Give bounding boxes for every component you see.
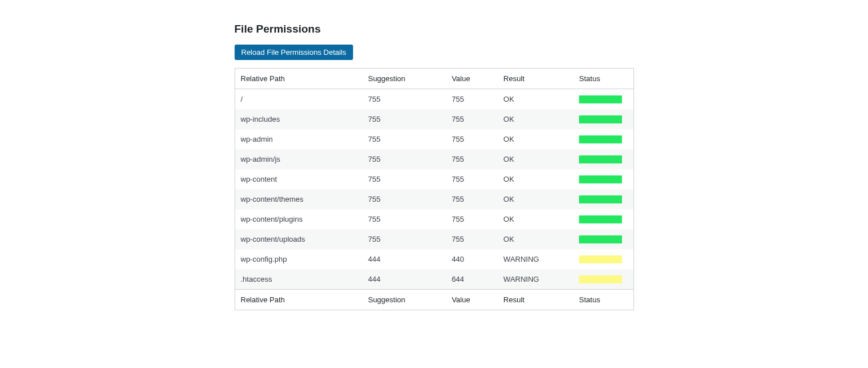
col-header-value: Value (446, 69, 497, 89)
status-indicator (579, 215, 622, 223)
table-row: .htaccess444644WARNING (235, 269, 633, 290)
status-indicator (579, 195, 622, 203)
cell-path: wp-admin/js (235, 149, 363, 169)
cell-result: WARNING (498, 269, 573, 290)
col-header-result: Result (498, 69, 573, 89)
cell-path: / (235, 89, 363, 110)
table-row: wp-content/uploads755755OK (235, 229, 633, 249)
cell-result: OK (498, 149, 573, 169)
table-header-row: Relative Path Suggestion Value Result St… (235, 69, 633, 89)
cell-value: 755 (446, 129, 497, 149)
cell-suggestion: 755 (362, 109, 446, 129)
status-indicator (579, 175, 622, 183)
cell-result: OK (498, 109, 573, 129)
cell-path: wp-config.php (235, 249, 363, 269)
col-footer-value: Value (446, 290, 497, 310)
cell-suggestion: 755 (362, 209, 446, 229)
cell-status (573, 189, 633, 209)
col-footer-result: Result (498, 290, 573, 310)
cell-suggestion: 755 (362, 149, 446, 169)
cell-result: OK (498, 169, 573, 189)
table-row: wp-content755755OK (235, 169, 633, 189)
page-title: File Permissions (235, 23, 634, 35)
col-footer-path: Relative Path (235, 290, 363, 310)
cell-result: OK (498, 89, 573, 110)
cell-status (573, 129, 633, 149)
cell-path: wp-content (235, 169, 363, 189)
cell-value: 755 (446, 149, 497, 169)
cell-value: 755 (446, 189, 497, 209)
cell-value: 755 (446, 169, 497, 189)
status-indicator (579, 235, 622, 243)
status-indicator (579, 255, 622, 263)
cell-result: OK (498, 229, 573, 249)
cell-suggestion: 755 (362, 229, 446, 249)
cell-value: 755 (446, 209, 497, 229)
cell-suggestion: 755 (362, 129, 446, 149)
table-row: wp-content/themes755755OK (235, 189, 633, 209)
table-footer-row: Relative Path Suggestion Value Result St… (235, 290, 633, 310)
cell-status (573, 169, 633, 189)
cell-value: 755 (446, 109, 497, 129)
cell-result: OK (498, 129, 573, 149)
cell-status (573, 109, 633, 129)
status-indicator (579, 275, 622, 283)
status-indicator (579, 155, 622, 163)
cell-suggestion: 755 (362, 89, 446, 110)
file-permissions-table: Relative Path Suggestion Value Result St… (235, 68, 634, 310)
cell-suggestion: 755 (362, 169, 446, 189)
status-indicator (579, 135, 622, 143)
cell-suggestion: 444 (362, 249, 446, 269)
col-footer-status: Status (573, 290, 633, 310)
cell-value: 644 (446, 269, 497, 290)
col-header-path: Relative Path (235, 69, 363, 89)
cell-path: wp-content/plugins (235, 209, 363, 229)
reload-button[interactable]: Reload File Permissions Details (235, 45, 354, 60)
table-row: wp-includes755755OK (235, 109, 633, 129)
cell-status (573, 149, 633, 169)
col-header-suggestion: Suggestion (362, 69, 446, 89)
table-row: wp-config.php444440WARNING (235, 249, 633, 269)
cell-suggestion: 444 (362, 269, 446, 290)
cell-status (573, 269, 633, 290)
cell-value: 440 (446, 249, 497, 269)
table-row: wp-content/plugins755755OK (235, 209, 633, 229)
cell-status (573, 229, 633, 249)
table-row: wp-admin/js755755OK (235, 149, 633, 169)
cell-path: wp-includes (235, 109, 363, 129)
cell-status (573, 89, 633, 110)
table-row: /755755OK (235, 89, 633, 110)
col-header-status: Status (573, 69, 633, 89)
cell-path: wp-content/uploads (235, 229, 363, 249)
cell-path: wp-content/themes (235, 189, 363, 209)
cell-value: 755 (446, 229, 497, 249)
cell-result: OK (498, 189, 573, 209)
cell-status (573, 209, 633, 229)
cell-result: WARNING (498, 249, 573, 269)
status-indicator (579, 95, 622, 103)
cell-result: OK (498, 209, 573, 229)
cell-path: .htaccess (235, 269, 363, 290)
table-row: wp-admin755755OK (235, 129, 633, 149)
cell-value: 755 (446, 89, 497, 110)
col-footer-suggestion: Suggestion (362, 290, 446, 310)
cell-path: wp-admin (235, 129, 363, 149)
cell-status (573, 249, 633, 269)
status-indicator (579, 115, 622, 123)
cell-suggestion: 755 (362, 189, 446, 209)
